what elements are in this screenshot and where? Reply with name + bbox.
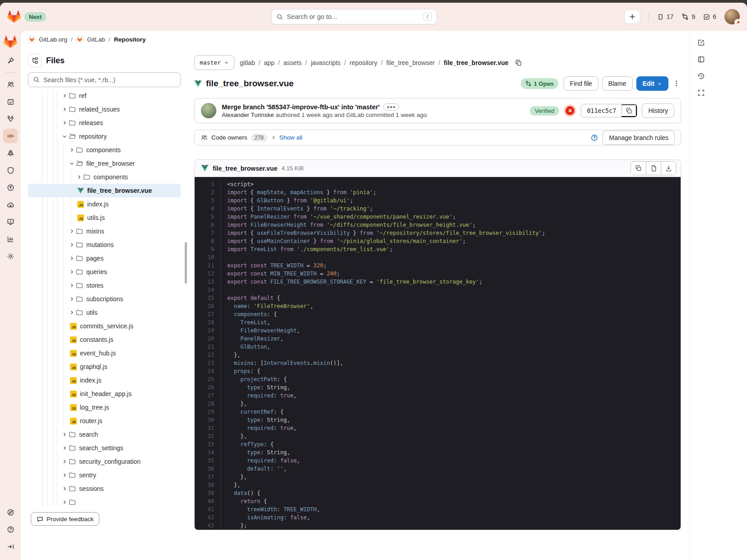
show-all-link[interactable]: Show all bbox=[280, 134, 303, 141]
global-search-input[interactable] bbox=[287, 13, 420, 20]
line-number[interactable]: 16 bbox=[195, 302, 221, 310]
tree-item-sentry[interactable]: sentry bbox=[28, 468, 181, 482]
tree-item-constants.js[interactable]: JSconstants.js bbox=[28, 333, 181, 346]
line-number[interactable]: 1 bbox=[195, 180, 221, 188]
manage-branch-rules-button[interactable]: Manage branch rules bbox=[602, 131, 675, 145]
code-icon[interactable]: </> bbox=[3, 129, 18, 143]
provide-feedback-button[interactable]: Provide feedback bbox=[31, 512, 99, 526]
verified-badge[interactable]: Verified bbox=[530, 106, 559, 116]
line-number[interactable]: 18 bbox=[195, 318, 221, 327]
file-tree-toggle-button[interactable] bbox=[28, 54, 42, 67]
tree-item-router.js[interactable]: JSrouter.js bbox=[28, 414, 181, 428]
compose-icon[interactable] bbox=[694, 35, 708, 50]
line-number[interactable]: 4 bbox=[195, 205, 221, 213]
help-question-icon[interactable] bbox=[591, 134, 598, 141]
code-viewer[interactable]: 1<script>2import { mapState, mapActions … bbox=[195, 177, 681, 530]
line-number[interactable]: 11 bbox=[195, 261, 221, 270]
line-number[interactable]: 3 bbox=[195, 196, 221, 205]
line-number[interactable]: 30 bbox=[195, 416, 221, 424]
explore-compass-icon[interactable] bbox=[3, 505, 18, 519]
history-button[interactable]: History bbox=[642, 103, 674, 118]
deploy-icon[interactable] bbox=[3, 180, 18, 195]
line-number[interactable]: 5 bbox=[195, 213, 221, 221]
create-new-button[interactable] bbox=[624, 9, 640, 24]
breadcrumb-item[interactable]: GitLab bbox=[87, 36, 105, 43]
line-number[interactable]: 6 bbox=[195, 221, 221, 229]
line-number[interactable]: 38 bbox=[195, 481, 221, 489]
panel-icon[interactable] bbox=[694, 52, 708, 66]
help-question-icon[interactable] bbox=[3, 522, 18, 537]
tree-item-init_header_app.js[interactable]: JSinit_header_app.js bbox=[28, 387, 181, 401]
user-avatar[interactable] bbox=[724, 9, 740, 24]
open-raw-button[interactable] bbox=[646, 162, 661, 175]
duo-chat-icon[interactable] bbox=[3, 112, 18, 126]
path-segment[interactable]: app bbox=[264, 59, 274, 66]
tree-item-releases[interactable]: releases bbox=[28, 116, 181, 130]
line-number[interactable]: 14 bbox=[195, 286, 221, 294]
tree-item-sessions[interactable]: sessions bbox=[28, 482, 181, 495]
find-file-button[interactable]: Find file bbox=[564, 76, 598, 91]
download-button[interactable] bbox=[661, 162, 676, 175]
gitlab-logo-icon[interactable] bbox=[7, 10, 21, 23]
line-number[interactable]: 13 bbox=[195, 278, 221, 286]
line-number[interactable]: 41 bbox=[195, 505, 221, 513]
line-number[interactable]: 23 bbox=[195, 359, 221, 367]
line-number[interactable]: 20 bbox=[195, 335, 221, 343]
tree-item-search_settings[interactable]: search_settings bbox=[28, 441, 181, 455]
tree-item-stores[interactable]: stores bbox=[28, 279, 181, 292]
tree-item-graphql.js[interactable]: JSgraphql.js bbox=[28, 360, 181, 373]
issues-count[interactable]: 17 bbox=[657, 13, 674, 20]
tree-item-mutations[interactable]: mutations bbox=[28, 238, 181, 252]
expand-icon[interactable] bbox=[694, 85, 708, 100]
line-number[interactable]: 39 bbox=[195, 489, 221, 497]
tree-item-utils[interactable]: utils bbox=[28, 306, 181, 319]
tree-item-ref[interactable]: ref bbox=[28, 89, 181, 103]
line-number[interactable]: 2 bbox=[195, 188, 221, 196]
tree-item-components[interactable]: components bbox=[28, 170, 181, 184]
line-number[interactable]: 42 bbox=[195, 513, 221, 522]
secure-shield-icon[interactable] bbox=[3, 163, 18, 177]
branch-selector[interactable]: master bbox=[194, 55, 234, 70]
path-segment[interactable]: repository bbox=[350, 59, 377, 66]
tree-item[interactable] bbox=[28, 495, 181, 507]
tree-item-search[interactable]: search bbox=[28, 428, 181, 441]
line-number[interactable]: 17 bbox=[195, 310, 221, 318]
tree-item-components[interactable]: components bbox=[28, 143, 181, 157]
open-mr-badge[interactable]: 1 Open bbox=[521, 78, 558, 89]
tree-item-mixins[interactable]: mixins bbox=[28, 224, 181, 238]
tree-item-pages[interactable]: pages bbox=[28, 252, 181, 265]
history-clock-icon[interactable] bbox=[694, 69, 708, 83]
line-number[interactable]: 43 bbox=[195, 522, 221, 530]
path-segment[interactable]: file_tree_browser.vue bbox=[444, 59, 509, 66]
tree-item-file_tree_browser.vue[interactable]: file_tree_browser.vue bbox=[28, 184, 181, 197]
manage-users-icon[interactable] bbox=[3, 77, 18, 92]
line-number[interactable]: 7 bbox=[195, 229, 221, 237]
line-number[interactable]: 35 bbox=[195, 457, 221, 465]
line-number[interactable]: 27 bbox=[195, 392, 221, 400]
line-number[interactable]: 33 bbox=[195, 440, 221, 448]
global-search[interactable]: / bbox=[271, 9, 437, 24]
line-number[interactable]: 12 bbox=[195, 270, 221, 278]
tree-item-utils.js[interactable]: JSutils.js bbox=[28, 211, 181, 224]
line-number[interactable]: 22 bbox=[195, 351, 221, 359]
path-segment[interactable]: gitlab bbox=[240, 59, 255, 66]
path-segment[interactable]: file_tree_browser bbox=[386, 59, 434, 66]
tree-item-event_hub.js[interactable]: JSevent_hub.js bbox=[28, 346, 181, 360]
line-number[interactable]: 31 bbox=[195, 424, 221, 432]
tree-item-security_configuration[interactable]: security_configuration bbox=[28, 455, 181, 468]
settings-gear-icon[interactable] bbox=[3, 249, 18, 263]
tree-item-index.js[interactable]: JSindex.js bbox=[28, 373, 181, 387]
more-actions-kebab-button[interactable] bbox=[672, 79, 681, 88]
plan-calendar-icon[interactable] bbox=[3, 94, 18, 109]
line-number[interactable]: 19 bbox=[195, 327, 221, 335]
line-number[interactable]: 25 bbox=[195, 375, 221, 383]
tree-item-repository[interactable]: repository bbox=[28, 130, 181, 143]
collapse-arrow-icon[interactable] bbox=[3, 539, 18, 554]
line-number[interactable]: 32 bbox=[195, 432, 221, 440]
monitor-icon[interactable] bbox=[3, 215, 18, 229]
tree-item-subscriptions[interactable]: subscriptions bbox=[28, 292, 181, 306]
build-rocket-icon[interactable] bbox=[3, 146, 18, 160]
line-number[interactable]: 15 bbox=[195, 294, 221, 302]
path-segment[interactable]: assets bbox=[284, 59, 302, 66]
line-number[interactable]: 10 bbox=[195, 253, 221, 261]
